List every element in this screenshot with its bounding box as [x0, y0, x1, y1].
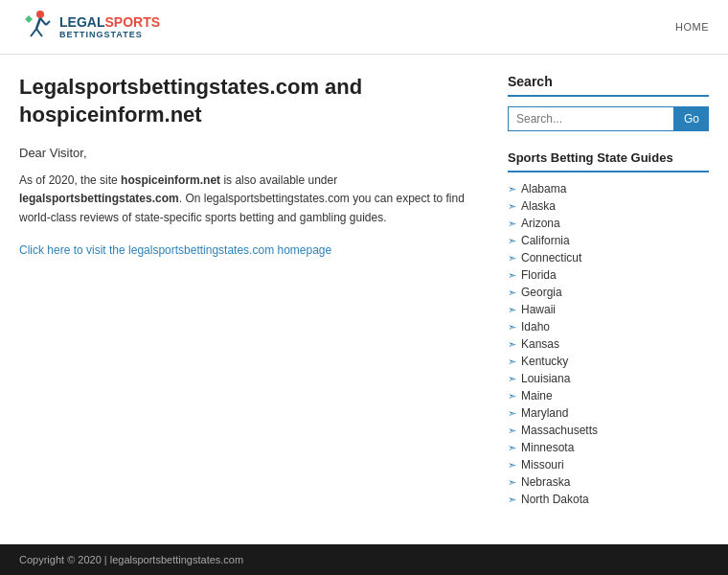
list-item: ➣Maine: [508, 387, 709, 404]
state-link[interactable]: Kansas: [521, 337, 559, 351]
hospiceinform-link[interactable]: hospiceinform.net: [121, 173, 220, 187]
arrow-icon: ➣: [508, 252, 516, 264]
body-paragraph: As of 2020, the site hospiceinform.net i…: [19, 172, 479, 227]
list-item: ➣North Dakota: [508, 491, 709, 508]
search-button[interactable]: Go: [674, 106, 709, 131]
list-item: ➣Kansas: [508, 335, 709, 353]
arrow-icon: ➣: [508, 218, 516, 230]
search-section-title: Search: [508, 74, 709, 97]
state-link[interactable]: Alaska: [521, 199, 556, 213]
logo: LEGALSPORTS BETTINGSTATES: [19, 8, 160, 46]
state-link[interactable]: Missouri: [521, 458, 564, 472]
logo-bettingstates: BETTINGSTATES: [59, 30, 160, 39]
arrow-icon: ➣: [508, 407, 516, 420]
logo-icon: [19, 8, 57, 46]
arrow-icon: ➣: [508, 442, 516, 454]
dear-visitor-text: Dear Visitor,: [19, 146, 479, 160]
list-item: ➣Massachusetts: [508, 422, 709, 439]
state-list: ➣Alabama➣Alaska➣Arizona➣California➣Conne…: [508, 180, 709, 508]
svg-line-3: [36, 29, 42, 36]
main-layout: Legalsportsbettingstates.com and hospice…: [0, 55, 728, 527]
list-item: ➣Kentucky: [508, 353, 709, 370]
list-item: ➣Hawaii: [508, 301, 709, 318]
arrow-icon: ➣: [508, 200, 516, 213]
list-item: ➣Minnesota: [508, 439, 709, 456]
logo-sports: SPORTS: [104, 14, 160, 30]
arrow-icon: ➣: [508, 183, 516, 196]
list-item: ➣Alabama: [508, 180, 709, 197]
site-footer: Copyright © 2020 | legalsportsbettingsta…: [0, 544, 728, 575]
state-link[interactable]: Louisiana: [521, 372, 570, 385]
arrow-icon: ➣: [508, 476, 516, 489]
arrow-icon: ➣: [508, 321, 516, 334]
search-input[interactable]: [508, 106, 674, 131]
state-link[interactable]: Arizona: [521, 217, 560, 230]
svg-marker-6: [25, 15, 33, 23]
state-link[interactable]: Idaho: [521, 320, 550, 334]
list-item: ➣Florida: [508, 266, 709, 284]
logo-legal: LEGAL: [59, 14, 104, 30]
state-link[interactable]: Georgia: [521, 286, 562, 299]
state-link[interactable]: Alabama: [521, 182, 566, 196]
state-link[interactable]: North Dakota: [521, 493, 589, 506]
state-link[interactable]: Maryland: [521, 406, 568, 420]
search-box: Go: [508, 106, 709, 131]
arrow-icon: ➣: [508, 390, 516, 402]
state-link[interactable]: Minnesota: [521, 441, 574, 454]
list-item: ➣Louisiana: [508, 370, 709, 387]
state-link[interactable]: Maine: [521, 389, 553, 402]
arrow-icon: ➣: [508, 304, 516, 316]
state-guides-title: Sports Betting State Guides: [508, 150, 709, 172]
home-nav-link[interactable]: HOME: [675, 21, 709, 33]
svg-line-5: [46, 21, 50, 25]
svg-line-2: [31, 29, 36, 36]
arrow-icon: ➣: [508, 269, 516, 282]
footer-text: Copyright © 2020 | legalsportsbettingsta…: [19, 554, 243, 565]
page-title: Legalsportsbettingstates.com and hospice…: [19, 74, 479, 128]
arrow-icon: ➣: [508, 235, 516, 247]
arrow-icon: ➣: [508, 356, 516, 368]
state-link[interactable]: California: [521, 234, 570, 247]
svg-line-4: [40, 18, 46, 25]
list-item: ➣Connecticut: [508, 249, 709, 266]
state-link[interactable]: Hawaii: [521, 303, 556, 316]
arrow-icon: ➣: [508, 425, 516, 437]
state-link[interactable]: Kentucky: [521, 355, 568, 368]
arrow-icon: ➣: [508, 287, 516, 299]
list-item: ➣Arizona: [508, 215, 709, 232]
state-link[interactable]: Florida: [521, 268, 557, 282]
list-item: ➣Alaska: [508, 197, 709, 215]
arrow-icon: ➣: [508, 338, 516, 351]
list-item: ➣Missouri: [508, 456, 709, 473]
logo-text: LEGALSPORTS BETTINGSTATES: [59, 14, 160, 39]
state-link[interactable]: Nebraska: [521, 475, 570, 489]
homepage-link[interactable]: Click here to visit the legalsportsbetti…: [19, 243, 331, 257]
list-item: ➣Nebraska: [508, 473, 709, 491]
site-header: LEGALSPORTS BETTINGSTATES HOME: [0, 0, 728, 55]
sidebar: Search Go Sports Betting State Guides ➣A…: [508, 74, 709, 508]
main-content: Legalsportsbettingstates.com and hospice…: [19, 74, 479, 508]
list-item: ➣California: [508, 232, 709, 249]
list-item: ➣Georgia: [508, 284, 709, 301]
list-item: ➣Maryland: [508, 404, 709, 422]
state-link[interactable]: Connecticut: [521, 251, 581, 264]
state-link[interactable]: Massachusetts: [521, 424, 598, 437]
svg-point-0: [36, 11, 44, 18]
arrow-icon: ➣: [508, 494, 516, 506]
arrow-icon: ➣: [508, 373, 516, 385]
svg-line-1: [36, 18, 40, 29]
legalsports-link[interactable]: legalsportsbettingstates.com: [19, 192, 179, 205]
list-item: ➣Idaho: [508, 318, 709, 335]
arrow-icon: ➣: [508, 459, 516, 472]
